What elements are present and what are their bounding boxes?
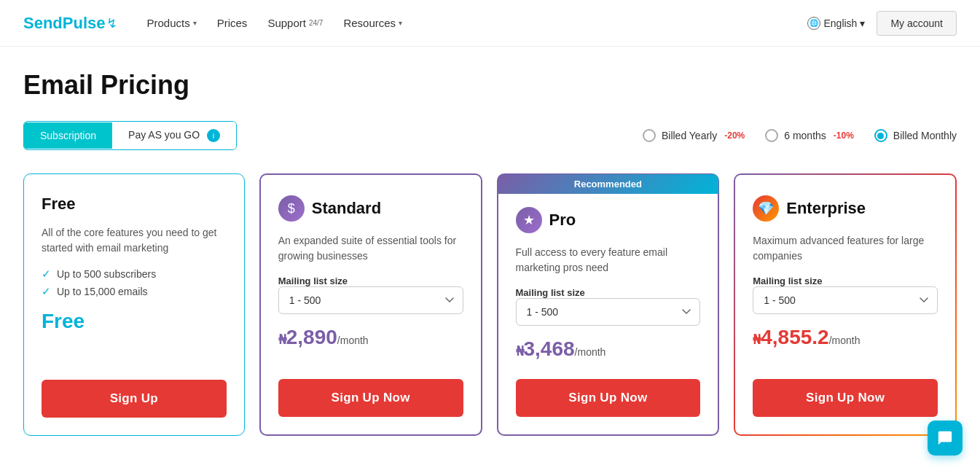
standard-header: $ Standard: [278, 195, 463, 222]
billing-tabs: Subscription Pay AS you GO i: [23, 121, 237, 150]
standard-mailing-label: Mailing list size: [278, 275, 463, 286]
standard-price: ₦2,890/month: [278, 326, 463, 349]
nav-products[interactable]: Products ▾: [146, 17, 196, 29]
billing-section: Subscription Pay AS you GO i Billed Year…: [23, 121, 957, 150]
pay-as-you-go-tab[interactable]: Pay AS you GO i: [112, 122, 236, 149]
logo-pulse: ↯: [106, 15, 117, 31]
pro-mailing-select[interactable]: 1 - 500 501 - 1000 1001 - 2500: [516, 298, 701, 326]
billing-yearly[interactable]: Billed Yearly -20%: [643, 129, 745, 142]
globe-icon: 🌐: [807, 17, 820, 30]
radio-6months: [765, 129, 778, 142]
free-description: All of the core features you need to get…: [42, 225, 227, 256]
nav-right: 🌐 English ▾ My account: [807, 11, 957, 36]
navbar: SendPulse ↯ Products ▾ Prices Support24/…: [0, 0, 980, 47]
plan-card-free: Free All of the core features you need t…: [23, 173, 245, 436]
resources-caret-icon: ▾: [399, 19, 402, 27]
enterprise-mailing-label: Mailing list size: [753, 275, 938, 286]
enterprise-description: Maximum advanced features for large comp…: [753, 233, 938, 264]
lang-caret-icon: ▾: [860, 17, 865, 29]
pro-icon: ★: [516, 207, 542, 233]
enterprise-plan-name: Enterprise: [786, 199, 866, 218]
nav-prices[interactable]: Prices: [217, 17, 248, 29]
main-content: Email Pricing Subscription Pay AS you GO…: [0, 47, 980, 471]
products-caret-icon: ▾: [193, 19, 197, 27]
check-icon: ✓: [42, 285, 51, 298]
enterprise-price: ₦4,855.2/month: [753, 326, 938, 349]
pro-plan-name: Pro: [549, 211, 576, 230]
pro-signup-button[interactable]: Sign Up Now: [516, 379, 701, 417]
standard-mailing-select[interactable]: 1 - 500 501 - 1000 1001 - 2500: [278, 286, 463, 314]
enterprise-icon: 💎: [753, 195, 779, 222]
plans-row: Free All of the core features you need t…: [23, 173, 957, 436]
enterprise-header: 💎 Enterprise: [753, 195, 938, 222]
billing-options: Billed Yearly -20% 6 months -10% Billed …: [643, 129, 957, 142]
standard-mailing-section: Mailing list size 1 - 500 501 - 1000 100…: [278, 275, 463, 314]
nav-resources[interactable]: Resources ▾: [343, 17, 402, 29]
radio-monthly-dot: [877, 133, 884, 139]
radio-monthly: [874, 129, 887, 142]
pro-header: ★ Pro: [516, 207, 701, 233]
feature-subscribers: ✓ Up to 500 subscribers: [42, 267, 227, 281]
standard-plan-name: Standard: [312, 199, 381, 218]
plan-card-standard: $ Standard An expanded suite of essentia…: [259, 173, 482, 436]
nav-support[interactable]: Support24/7: [267, 17, 323, 29]
enterprise-signup-button[interactable]: Sign Up Now: [753, 379, 938, 417]
recommended-banner: Recommended: [498, 174, 719, 194]
standard-icon: $: [278, 195, 305, 222]
subscription-tab[interactable]: Subscription: [24, 122, 112, 149]
logo-text: SendPulse: [23, 14, 105, 33]
check-icon: ✓: [42, 267, 51, 281]
info-icon[interactable]: i: [207, 129, 220, 142]
language-button[interactable]: 🌐 English ▾: [807, 17, 865, 30]
my-account-button[interactable]: My account: [877, 11, 957, 36]
pro-description: Full access to every feature email marke…: [516, 245, 701, 275]
free-features: ✓ Up to 500 subscribers ✓ Up to 15,000 e…: [42, 267, 227, 298]
pro-mailing-section: Mailing list size 1 - 500 501 - 1000 100…: [516, 287, 701, 326]
billing-monthly[interactable]: Billed Monthly: [874, 129, 957, 142]
nav-links: Products ▾ Prices Support24/7 Resources …: [146, 17, 807, 29]
plan-card-pro: Recommended ★ Pro Full access to every f…: [497, 173, 720, 436]
chat-icon: [937, 430, 953, 446]
plan-card-enterprise: 💎 Enterprise Maximum advanced features f…: [734, 173, 957, 436]
billing-6months[interactable]: 6 months -10%: [765, 129, 854, 142]
feature-emails: ✓ Up to 15,000 emails: [42, 285, 227, 298]
pro-mailing-label: Mailing list size: [516, 287, 701, 298]
radio-yearly: [643, 129, 656, 142]
free-header: Free: [42, 195, 227, 214]
free-plan-name: Free: [42, 195, 75, 214]
enterprise-mailing-section: Mailing list size 1 - 500 501 - 1000 100…: [753, 275, 938, 314]
free-price: Free: [42, 310, 227, 333]
chat-fab[interactable]: [928, 421, 963, 456]
pro-price: ₦3,468/month: [516, 337, 701, 361]
standard-signup-button[interactable]: Sign Up Now: [278, 379, 463, 417]
free-signup-button[interactable]: Sign Up: [42, 380, 227, 418]
page-title: Email Pricing: [23, 70, 957, 101]
standard-description: An expanded suite of essential tools for…: [278, 233, 463, 264]
enterprise-mailing-select[interactable]: 1 - 500 501 - 1000 1001 - 2500: [753, 286, 938, 314]
logo[interactable]: SendPulse ↯: [23, 14, 117, 33]
